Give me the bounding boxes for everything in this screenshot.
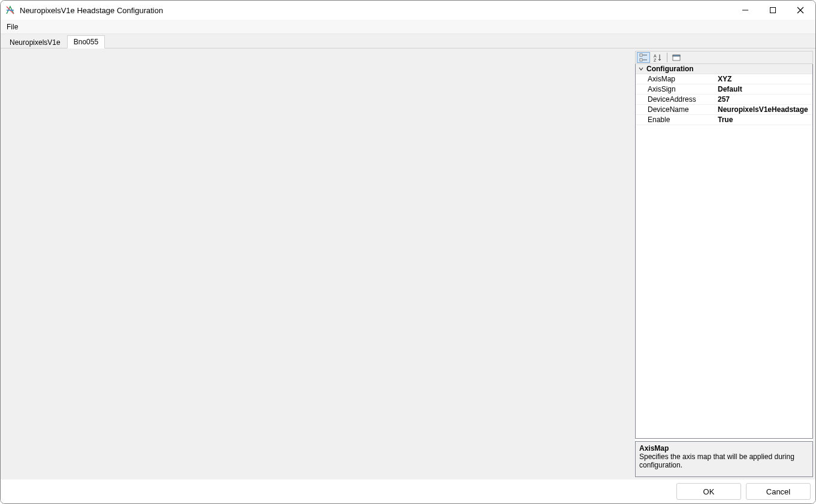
content-area: A Z (1, 48, 815, 479)
prop-name: Enable (636, 115, 717, 125)
svg-text:A: A (654, 54, 657, 58)
content-inner: A Z (3, 51, 813, 477)
menubar: File (1, 20, 815, 34)
property-pages-button[interactable] (670, 52, 683, 63)
prop-row-axismap[interactable]: AxisMap XYZ (636, 74, 812, 84)
ok-button[interactable]: OK (676, 483, 741, 500)
prop-value[interactable]: Default (717, 84, 812, 94)
group-configuration[interactable]: Configuration (636, 64, 812, 74)
property-grid[interactable]: Configuration AxisMap XYZ AxisSign Defau… (635, 64, 813, 439)
prop-name: DeviceAddress (636, 95, 717, 104)
window-controls (732, 1, 814, 20)
prop-row-devicename[interactable]: DeviceName NeuropixelsV1eHeadstage (636, 105, 812, 115)
prop-value[interactable]: NeuropixelsV1eHeadstage (717, 105, 812, 114)
prop-name: AxisMap (636, 74, 717, 84)
window-frame: NeuropixelsV1e Headstage Configuration F… (0, 0, 816, 504)
prop-row-deviceaddress[interactable]: DeviceAddress 257 (636, 95, 812, 105)
toolbar-separator (667, 53, 667, 62)
menu-file[interactable]: File (1, 21, 24, 33)
titlebar: NeuropixelsV1e Headstage Configuration (1, 1, 815, 20)
svg-rect-4 (640, 54, 642, 56)
svg-rect-5 (640, 59, 642, 61)
property-rows: Configuration AxisMap XYZ AxisSign Defau… (636, 64, 812, 438)
tab-bno055[interactable]: Bno055 (67, 35, 105, 48)
close-button[interactable] (787, 1, 814, 20)
description-text: Specifies the axis map that will be appl… (639, 453, 809, 469)
main-panel (3, 51, 635, 477)
prop-value[interactable]: XYZ (717, 74, 812, 84)
description-panel: AxisMap Specifies the axis map that will… (635, 441, 813, 477)
tab-strip: NeuropixelsV1e Bno055 (1, 34, 815, 48)
app-icon (5, 5, 15, 15)
svg-rect-1 (770, 8, 776, 13)
tab-neuropixelsv1e[interactable]: NeuropixelsV1e (3, 36, 67, 48)
cancel-button[interactable]: Cancel (746, 483, 811, 500)
prop-value[interactable]: 257 (717, 95, 812, 104)
window-title: NeuropixelsV1e Headstage Configuration (20, 6, 732, 15)
property-toolbar: A Z (635, 51, 813, 64)
minimize-button[interactable] (732, 1, 759, 20)
description-title: AxisMap (639, 444, 809, 453)
categorized-button[interactable] (637, 52, 650, 63)
prop-name: DeviceName (636, 105, 717, 114)
alphabetical-button[interactable]: A Z (651, 52, 664, 63)
prop-row-enable[interactable]: Enable True (636, 115, 812, 125)
prop-row-axissign[interactable]: AxisSign Default (636, 84, 812, 95)
group-label: Configuration (646, 65, 694, 73)
chevron-down-icon (637, 65, 645, 73)
prop-name: AxisSign (636, 84, 717, 94)
svg-text:Z: Z (654, 58, 657, 62)
prop-value[interactable]: True (717, 115, 812, 125)
dialog-buttons: OK Cancel (1, 479, 815, 503)
maximize-button[interactable] (759, 1, 787, 20)
property-panel: A Z (635, 51, 813, 477)
svg-rect-12 (673, 55, 680, 56)
